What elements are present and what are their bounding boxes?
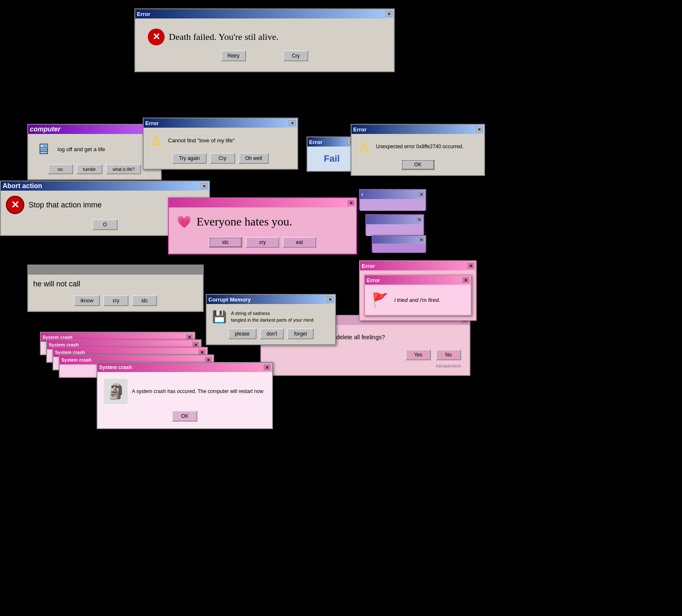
death-error-close[interactable]: ✕ xyxy=(386,11,392,17)
call-buttons: iknow cry idc xyxy=(33,295,198,306)
tried-icon: 🚩 xyxy=(370,290,390,310)
love-tryagain-button[interactable]: Try again xyxy=(172,153,207,164)
unexpected-buttons: OK xyxy=(357,159,479,170)
call-iknow-button[interactable]: iknow xyxy=(74,295,100,306)
love-error-body: Cannot find "love of my life" Try again … xyxy=(144,128,297,169)
death-error-message: Death failed. You're stil alive. xyxy=(169,31,278,42)
abort-ok-button[interactable]: O xyxy=(92,219,118,230)
death-cry-button[interactable]: Cry xyxy=(283,50,308,61)
computer-icon: 🖥 xyxy=(33,139,53,159)
corrupt-title: Corrupt Memory xyxy=(208,296,327,303)
love-error-titlebar: Error ✕ xyxy=(144,118,297,128)
abort-title: Abort action xyxy=(3,182,201,190)
unexpected-warning-icon xyxy=(357,139,372,154)
death-error-content: ✕ Death failed. You're stil alive. xyxy=(148,29,381,45)
everyone-idc-button[interactable]: idc xyxy=(209,237,242,248)
love-error-close[interactable]: ✕ xyxy=(289,120,296,126)
fail-titlebar: Error ✕ xyxy=(307,137,356,147)
corrupt-dont-button[interactable]: don't xyxy=(260,328,284,339)
computer-no-button[interactable]: no xyxy=(48,164,73,174)
error-icon: ✕ xyxy=(148,29,165,45)
tried-outer-close[interactable]: ✕ xyxy=(467,263,474,269)
corrupt-window: Corrupt Memory ✕ 💾 A string of sadnessta… xyxy=(206,294,336,345)
purple-3-close[interactable]: ✕ xyxy=(419,238,424,242)
fail-title: Error xyxy=(309,139,348,145)
corrupt-icon: 💾 xyxy=(212,309,227,324)
love-error-message: Cannot find "love of my life" xyxy=(168,137,235,144)
crash-main-message: A system crash has occured. The computer… xyxy=(132,388,263,395)
crash-main-ok-button[interactable]: OK xyxy=(172,411,197,422)
purple-2-body xyxy=(366,224,423,236)
unexpected-message: Unexpected error 0x8ffe2740 occurred. xyxy=(376,144,464,149)
corrupt-please-button[interactable]: please xyxy=(228,328,256,339)
love-error-title: Error xyxy=(145,120,289,126)
everyone-titlebar: ✕ xyxy=(169,198,356,207)
tried-inner-titlebar: Error ✕ xyxy=(365,275,471,285)
love-error-content: Cannot find "love of my life" xyxy=(149,133,292,148)
unexpected-content: Unexpected error 0x8ffe2740 occurred. xyxy=(357,139,479,154)
unexpected-title: Error xyxy=(353,126,476,133)
feelings-no-button[interactable]: No xyxy=(436,349,461,360)
love-error-window: Error ✕ Cannot find "love of my life" Tr… xyxy=(143,118,298,170)
computer-buttons: no tumblr what is life? xyxy=(33,164,156,174)
love-cry-button[interactable]: Cry xyxy=(210,153,235,164)
fail-window: Error ✕ Fail xyxy=(307,136,357,172)
death-retry-button[interactable]: Retry xyxy=(221,50,247,61)
abort-titlebar: Abort action ✕ xyxy=(1,181,209,191)
crash-main-window: System crash ✕ 🗿 A system crash has occu… xyxy=(97,362,273,429)
fail-body: Fail xyxy=(307,147,356,171)
purple-dialog-3: ✕ xyxy=(372,235,426,252)
love-ohwell-button[interactable]: Oh well xyxy=(239,153,269,164)
love-error-buttons: Try again Cry Oh well xyxy=(149,153,292,164)
heart-icon xyxy=(176,213,192,230)
feelings-buttons: Yes No xyxy=(270,349,461,360)
unexpected-close[interactable]: ✕ xyxy=(476,126,483,132)
everyone-message: Everyone hates you. xyxy=(197,215,292,228)
purple-dialog-1: r ✕ xyxy=(359,189,426,210)
computer-title: computer xyxy=(30,126,152,133)
tried-outer-body: Error ✕ 🚩 i tried and i'm fired. xyxy=(360,270,476,320)
everyone-eat-button[interactable]: eat xyxy=(283,237,316,248)
corrupt-buttons: please don't forget xyxy=(212,328,330,339)
feelings-watermark: transparalyze xyxy=(270,364,461,368)
computer-tumblr-button[interactable]: tumblr xyxy=(76,164,103,174)
abort-message: Stop that action imme xyxy=(29,201,102,210)
everyone-close[interactable]: ✕ xyxy=(348,200,354,206)
purple-2-close[interactable]: ✕ xyxy=(417,218,422,222)
crash-main-buttons: OK xyxy=(104,411,265,422)
computer-titlebar: computer ✕ xyxy=(28,125,161,134)
purple-3-body xyxy=(372,244,425,253)
call-content: he will not call xyxy=(33,280,198,288)
unexpected-titlebar: Error ✕ xyxy=(351,125,484,134)
unexpected-error-window: Error ✕ Unexpected error 0x8ffe2740 occu… xyxy=(351,124,485,176)
call-idc-button[interactable]: idc xyxy=(132,295,157,306)
tried-outer-window: Error ✕ Error ✕ 🚩 i tried and i'm fired. xyxy=(359,260,477,321)
corrupt-message: A string of sadnesstangled in the darkes… xyxy=(231,310,313,324)
call-window: he will not call iknow cry idc xyxy=(27,265,204,312)
everyone-body: Everyone hates you. idc cry eat xyxy=(169,207,356,254)
love-warning-icon xyxy=(149,133,164,148)
crash-main-body: 🗿 A system crash has occured. The comput… xyxy=(97,372,272,428)
corrupt-content: 💾 A string of sadnesstangled in the dark… xyxy=(212,309,330,324)
feelings-yes-button[interactable]: Yes xyxy=(406,349,431,360)
call-cry-button[interactable]: cry xyxy=(103,295,129,306)
computer-life-button[interactable]: what is life? xyxy=(106,164,141,174)
everyone-cry-button[interactable]: cry xyxy=(246,237,279,248)
unexpected-ok-button[interactable]: OK xyxy=(401,159,435,170)
crash-main-close[interactable]: ✕ xyxy=(264,364,270,370)
purple-1-titlebar: r ✕ xyxy=(360,190,425,199)
corrupt-forget-button[interactable]: forget xyxy=(287,328,314,339)
tried-inner-window: Error ✕ 🚩 i tried and i'm fired. xyxy=(364,275,472,316)
crash-main-title: System crash xyxy=(99,364,264,370)
crash-main-content: 🗿 A system crash has occured. The comput… xyxy=(104,379,265,404)
purple-1-close[interactable]: ✕ xyxy=(419,192,424,197)
corrupt-close[interactable]: ✕ xyxy=(327,296,333,302)
abort-close[interactable]: ✕ xyxy=(201,183,207,189)
tried-inner-close[interactable]: ✕ xyxy=(462,277,469,283)
abort-icon: ✕ xyxy=(6,196,24,214)
purple-1-title: r xyxy=(362,192,363,197)
statue-icon: 🗿 xyxy=(104,379,128,404)
everyone-window: ✕ Everyone hates you. idc cry eat xyxy=(168,197,357,254)
tried-outer-title: Error xyxy=(362,263,467,269)
death-error-window: Error ✕ ✕ Death failed. You're stil aliv… xyxy=(134,8,395,72)
